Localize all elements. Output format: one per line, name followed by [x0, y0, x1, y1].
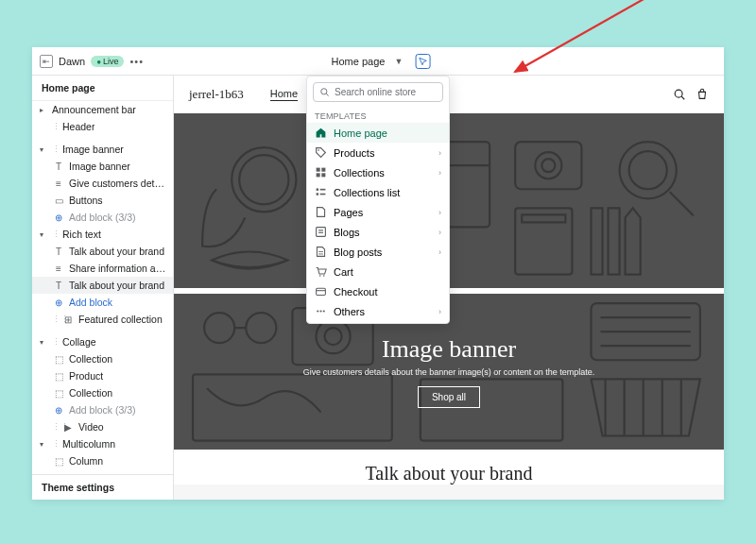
nav-home[interactable]: Home	[270, 88, 298, 101]
svg-rect-41	[317, 188, 318, 190]
home-icon	[315, 127, 327, 139]
section-featured-collection[interactable]: ⋮⋮⊞Featured collection	[32, 311, 173, 328]
row-label: Add block (3/3)	[69, 212, 136, 223]
row-icon: ≡	[53, 178, 64, 189]
tpl-blog-posts[interactable]: Blog posts›	[307, 242, 449, 262]
tpl-cart[interactable]: Cart	[307, 262, 449, 281]
block-rich-text-heading[interactable]: TTalk about your brand	[32, 243, 173, 260]
tpl-checkout[interactable]: Checkout	[307, 281, 449, 301]
section-video[interactable]: ⋮⋮▶Video	[32, 418, 173, 435]
sidebar-title: Home page	[32, 76, 173, 101]
search-placeholder: Search online store	[335, 87, 416, 97]
block-collage-collection-2[interactable]: ⬚Collection	[32, 384, 173, 401]
svg-point-36	[318, 149, 319, 151]
row-label: Talk about your brand	[69, 246, 164, 257]
row-label: Rich text	[62, 229, 101, 240]
row-icon: ⬚	[53, 387, 64, 399]
page-selector-label: Home page	[326, 52, 391, 71]
add-block-collage[interactable]: ⊕Add block (3/3)	[32, 401, 173, 418]
block-rich-text-text[interactable]: ≡Share information about your…	[32, 260, 173, 277]
drag-handle-icon[interactable]: ⋮⋮	[52, 337, 58, 347]
row-icon: ⊕	[53, 404, 64, 416]
svg-point-56	[323, 310, 325, 312]
tpl-pages[interactable]: Pages›	[307, 202, 449, 222]
block-collage-product[interactable]: ⬚Product	[32, 367, 173, 384]
svg-point-1	[675, 90, 682, 97]
banner-button[interactable]: Shop all	[418, 386, 480, 408]
sidebar-sections: Announcement bar⋮⋮Header⋮⋮Image bannerTI…	[32, 101, 173, 474]
tpl-home-page[interactable]: Home page	[307, 123, 449, 143]
row-label: Multicolumn	[62, 438, 115, 450]
template-label: Collections	[334, 167, 385, 178]
cart-icon[interactable]	[696, 88, 709, 101]
drag-handle-icon[interactable]: ⋮⋮	[52, 144, 58, 154]
exit-icon[interactable]: ⇤	[40, 55, 53, 68]
blog-icon	[315, 226, 327, 238]
drag-handle-icon[interactable]: ⋮⋮	[52, 122, 58, 131]
section-image-banner[interactable]: ⋮⋮Image banner	[32, 141, 173, 158]
section-announcement-bar[interactable]: Announcement bar	[32, 101, 173, 118]
grid-icon	[315, 166, 327, 178]
section-collage[interactable]: ⋮⋮Collage	[32, 333, 173, 350]
page-icon	[315, 206, 327, 218]
post-icon	[315, 246, 327, 258]
store-name: jerrel-1b63	[189, 87, 244, 102]
block-image-banner-text[interactable]: ≡Give customers details about …	[32, 175, 173, 192]
template-label: Cart	[334, 266, 353, 278]
svg-point-55	[319, 310, 321, 312]
search-icon	[319, 87, 330, 97]
svg-rect-45	[317, 228, 326, 237]
drag-handle-icon[interactable]: ⋮⋮	[52, 422, 58, 432]
row-icon: T	[53, 246, 64, 257]
row-label: Header	[62, 121, 94, 132]
svg-point-54	[317, 310, 318, 312]
svg-point-51	[323, 275, 325, 277]
chevron-right-icon: ›	[438, 168, 441, 178]
template-label: Checkout	[334, 286, 377, 298]
svg-point-50	[319, 275, 321, 277]
template-label: Home page	[334, 128, 387, 139]
template-label: Collections list	[334, 187, 400, 198]
caret-icon	[40, 338, 47, 347]
section-multicolumn[interactable]: ⋮⋮Multicolumn	[32, 435, 173, 452]
section-rich-text[interactable]: ⋮⋮Rich text	[32, 226, 173, 243]
section-header[interactable]: ⋮⋮Header	[32, 118, 173, 135]
tpl-collections-list[interactable]: Collections list	[307, 182, 449, 202]
svg-line-2	[681, 96, 684, 99]
page-selector[interactable]: Home page ▼	[326, 47, 431, 76]
live-badge: Live	[91, 56, 124, 67]
tpl-products[interactable]: Products›	[307, 143, 449, 162]
theme-settings-link[interactable]: Theme settings	[32, 474, 173, 500]
more-actions-icon[interactable]: •••	[129, 56, 144, 67]
search-icon[interactable]	[673, 88, 686, 101]
row-label: Column	[69, 455, 103, 467]
row-icon: ≡	[53, 263, 64, 274]
add-block-image-banner[interactable]: ⊕Add block (3/3)	[32, 209, 173, 226]
cart-icon	[315, 265, 327, 278]
add-block-rich-text[interactable]: ⊕Add block	[32, 294, 173, 311]
svg-rect-42	[320, 189, 326, 191]
search-input[interactable]: Search online store	[313, 82, 443, 102]
chevron-right-icon: ›	[438, 228, 441, 237]
block-image-banner-heading[interactable]: TImage banner	[32, 158, 173, 175]
row-label: Give customers details about …	[69, 178, 167, 189]
row-icon: ▶	[62, 421, 74, 433]
topbar: ⇤ Dawn Live ••• Home page ▼	[32, 47, 724, 76]
row-label: Image banner	[62, 144, 124, 155]
template-label: Blogs	[334, 227, 360, 238]
block-rich-text-heading-2[interactable]: TTalk about your brand	[32, 277, 173, 294]
inspector-toggle[interactable]	[415, 54, 430, 69]
row-label: Featured collection	[78, 314, 163, 325]
row-icon: ⊕	[53, 212, 64, 223]
tpl-blogs[interactable]: Blogs›	[307, 222, 449, 242]
caret-icon	[40, 106, 47, 114]
drag-handle-icon[interactable]: ⋮⋮	[52, 439, 58, 449]
tpl-collections[interactable]: Collections›	[307, 162, 449, 182]
block-image-banner-buttons[interactable]: ▭Buttons	[32, 192, 173, 209]
block-multicolumn-col-1[interactable]: ⬚Column	[32, 452, 173, 469]
tpl-others[interactable]: Others›	[307, 301, 449, 321]
drag-handle-icon[interactable]: ⋮⋮	[52, 314, 58, 324]
drag-handle-icon[interactable]: ⋮⋮	[52, 230, 58, 239]
template-label: Pages	[334, 207, 363, 218]
block-collage-collection-1[interactable]: ⬚Collection	[32, 350, 173, 367]
